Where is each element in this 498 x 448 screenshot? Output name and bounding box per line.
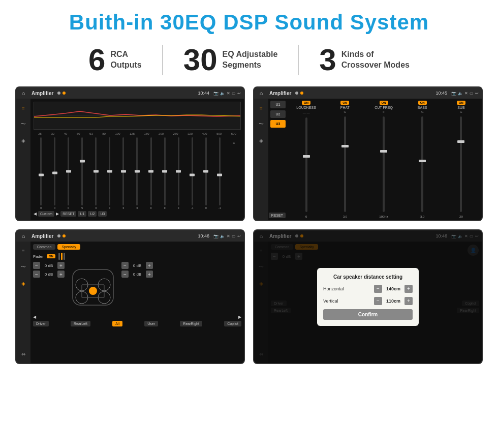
crossover-status-icons: 📷 🔈 ✕ ▭ ↩ (451, 91, 479, 96)
wave-icon[interactable]: 〜 (18, 119, 28, 129)
slider-sub[interactable] (460, 116, 462, 212)
eq-reset-btn[interactable]: RESET (60, 211, 76, 217)
eq-u2-btn[interactable]: U2 (88, 211, 97, 217)
slider-track-8[interactable] (136, 137, 138, 205)
slider-track-11[interactable] (178, 137, 179, 205)
status-dot-orange-2 (300, 92, 303, 95)
slider-track-1[interactable] (40, 137, 42, 205)
freq-125: 125 (130, 132, 135, 135)
slider-track-5[interactable] (95, 137, 97, 205)
eq-slider-9: 0 (145, 137, 158, 210)
gain-value-3: 0 dB (130, 263, 144, 268)
vertical-plus[interactable]: + (404, 297, 413, 305)
slider-cutfreq[interactable] (383, 116, 385, 212)
col-sub: ON SUB G 20 (443, 101, 480, 218)
page-wrapper: Buith-in 30EQ DSP Sound System 6 RCAOutp… (0, 0, 498, 374)
slider-track-10[interactable] (164, 137, 166, 205)
eq-icon-2[interactable]: ≡ (256, 103, 266, 113)
btn-rearleft[interactable]: RearLeft (71, 321, 90, 326)
tab-common[interactable]: Common (33, 244, 55, 250)
speaker-icon-2[interactable]: ◈ (256, 135, 266, 145)
back-icon-2[interactable]: ↩ (475, 91, 479, 96)
vertical-label: Vertical (323, 298, 351, 304)
slider-track-4[interactable] (81, 137, 83, 205)
wave-icon-2[interactable]: 〜 (256, 119, 266, 129)
eq-slider-8: 0 (131, 137, 143, 210)
slider-track-13[interactable] (205, 137, 207, 205)
eq-u3-btn[interactable]: U3 (98, 211, 107, 217)
btn-rearright[interactable]: RearRight (180, 321, 202, 326)
preset-u2[interactable]: U2 (270, 110, 286, 118)
eq-mode-label: Custom (38, 211, 54, 217)
slider-track-7[interactable] (122, 137, 124, 205)
gain-plus-2[interactable]: + (57, 271, 65, 278)
wave-icon-3[interactable]: 〜 (18, 262, 28, 272)
volume-icon-3: 🔈 (220, 234, 225, 238)
slider-track-14[interactable] (219, 137, 221, 205)
crossover-reset-btn[interactable]: RESET (269, 213, 286, 218)
home-icon[interactable]: ⌂ (19, 89, 27, 97)
nav-left[interactable]: ◀ (33, 315, 36, 319)
gain-plus-3[interactable]: + (146, 262, 153, 269)
stat-number-rca: 6 (88, 45, 105, 75)
status-dot-1 (57, 92, 60, 95)
eq-icon-3[interactable]: ≡ (18, 246, 28, 256)
vertical-minus[interactable]: − (374, 297, 382, 305)
slider-track-expand[interactable]: » (233, 137, 234, 208)
label-bass: BASS (418, 106, 427, 109)
gain-minus-2[interactable]: − (33, 271, 40, 278)
btn-copilot[interactable]: Copilot (224, 321, 241, 326)
horizontal-minus[interactable]: − (374, 285, 382, 293)
speaker-icon[interactable]: ◈ (18, 135, 28, 145)
gain-value-4: 0 dB (130, 272, 144, 277)
fader-on-badge[interactable]: ON (47, 254, 55, 258)
slider-track-12[interactable] (192, 137, 193, 205)
crossover-screen-title: Amplifier (269, 91, 291, 96)
eq-next-btn[interactable]: ▶ (56, 212, 59, 216)
confirm-button[interactable]: Confirm (323, 309, 413, 320)
back-icon-3[interactable]: ↩ (237, 234, 241, 238)
arrows-icon[interactable]: ⇔ (18, 349, 28, 359)
tab-specialty[interactable]: Specialty (57, 244, 80, 250)
left-gains: − 0 dB + − 0 dB + (33, 262, 65, 278)
toggle-bass[interactable]: ON (418, 101, 427, 105)
home-icon-2[interactable]: ⌂ (257, 89, 265, 97)
slider-track-3[interactable] (68, 137, 69, 205)
slider-loudness[interactable] (305, 117, 307, 212)
preset-u1[interactable]: U1 (270, 101, 286, 108)
btn-all[interactable]: All (112, 321, 122, 326)
freq-320: 320 (188, 132, 193, 135)
home-icon-3[interactable]: ⌂ (19, 232, 27, 240)
slider-track-2[interactable] (54, 137, 55, 205)
eq-icon[interactable]: ≡ (18, 103, 28, 113)
gain-row-1: − 0 dB + (33, 262, 65, 269)
gain-row-4: − 0 dB + (121, 271, 153, 278)
gain-minus-1[interactable]: − (33, 262, 40, 269)
crossover-screen-content: ≡ 〜 ◈ U1 U2 U3 RESET (254, 99, 482, 220)
volume-icon-2: 🔈 (458, 91, 463, 96)
gain-plus-1[interactable]: + (57, 262, 65, 269)
slider-phat[interactable] (344, 116, 346, 212)
freq-160: 160 (144, 132, 149, 135)
slider-track-9[interactable] (150, 137, 152, 205)
preset-u3[interactable]: U3 (270, 120, 286, 128)
dialog-box: Car speaker distance setting Horizontal … (317, 268, 419, 326)
slider-bass[interactable] (421, 116, 423, 212)
btn-driver[interactable]: Driver (33, 321, 49, 326)
back-icon[interactable]: ↩ (237, 91, 241, 96)
btn-user[interactable]: User (144, 321, 158, 326)
gain-row-2: − 0 dB + (33, 271, 65, 278)
gain-minus-4[interactable]: − (121, 271, 129, 278)
eq-prev-btn[interactable]: ◀ (34, 212, 37, 216)
toggle-loudness[interactable]: ON (302, 101, 310, 105)
nav-right[interactable]: ▶ (238, 315, 241, 319)
gain-plus-4[interactable]: + (146, 271, 153, 278)
toggle-cutfreq[interactable]: ON (380, 101, 388, 105)
eq-u1-btn[interactable]: U1 (78, 211, 86, 217)
toggle-phat[interactable]: ON (340, 101, 349, 105)
toggle-sub[interactable]: ON (457, 101, 465, 105)
gain-minus-3[interactable]: − (121, 262, 129, 269)
slider-track-6[interactable] (109, 137, 110, 205)
horizontal-plus[interactable]: + (404, 285, 413, 293)
speaker-icon-3[interactable]: ◈ (18, 278, 28, 288)
